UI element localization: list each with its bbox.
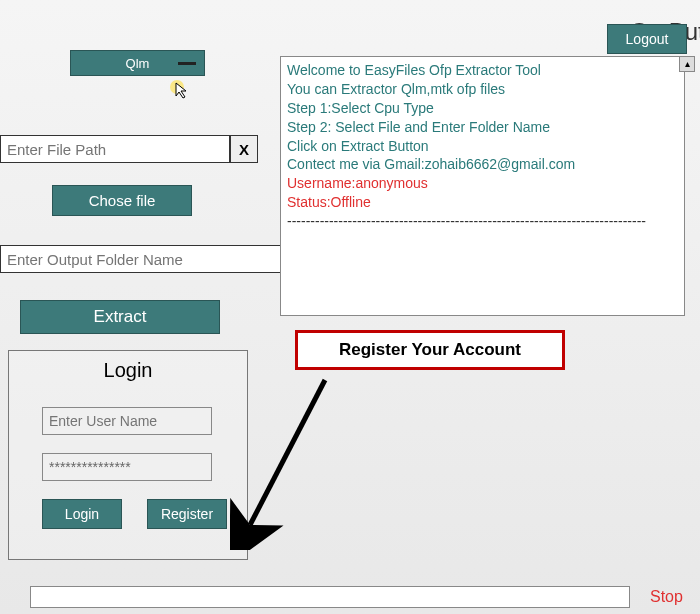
log-line: Contect me via Gmail:zohaib6662@gmail.co…	[287, 155, 678, 174]
log-line: Click on Extract Button	[287, 137, 678, 156]
username-input[interactable]	[42, 407, 212, 435]
register-button[interactable]: Register	[147, 499, 227, 529]
cpu-type-dropdown[interactable]: Qlm	[70, 50, 205, 76]
login-panel: Login Login Register	[8, 350, 248, 560]
cursor-icon	[170, 80, 192, 102]
log-line: Step 2: Select File and Enter Folder Nam…	[287, 118, 678, 137]
progress-bar	[30, 586, 630, 608]
log-line: Step 1:Select Cpu Type	[287, 99, 678, 118]
login-title: Login	[17, 359, 239, 382]
annotation-text: Register Your Account	[339, 340, 521, 360]
stop-button[interactable]: Stop	[650, 588, 683, 606]
log-username: Username:anonymous	[287, 174, 678, 193]
login-button[interactable]: Login	[42, 499, 122, 529]
annotation-callout: Register Your Account	[295, 330, 565, 370]
scroll-up-button[interactable]: ▴	[679, 56, 695, 72]
output-log: Welcome to EasyFiles Ofp Extractor Tool …	[280, 56, 685, 316]
logout-button[interactable]: Logout	[607, 24, 687, 54]
log-status: Status:Offline	[287, 193, 678, 212]
file-path-input[interactable]	[0, 135, 230, 163]
output-folder-input[interactable]	[0, 245, 295, 273]
password-input[interactable]	[42, 453, 212, 481]
svg-point-0	[170, 80, 184, 94]
log-divider: ----------------------------------------…	[287, 212, 678, 231]
choose-file-button[interactable]: Chose file	[52, 185, 192, 216]
log-line: Welcome to EasyFiles Ofp Extractor Tool	[287, 61, 678, 80]
dropdown-caret-icon	[178, 62, 196, 65]
log-line: You can Extractor Qlm,mtk ofp files	[287, 80, 678, 99]
cpu-selected-label: Qlm	[126, 56, 150, 71]
extract-button[interactable]: Extract	[20, 300, 220, 334]
clear-filepath-button[interactable]: X	[230, 135, 258, 163]
bottom-bar: Stop	[0, 579, 700, 614]
